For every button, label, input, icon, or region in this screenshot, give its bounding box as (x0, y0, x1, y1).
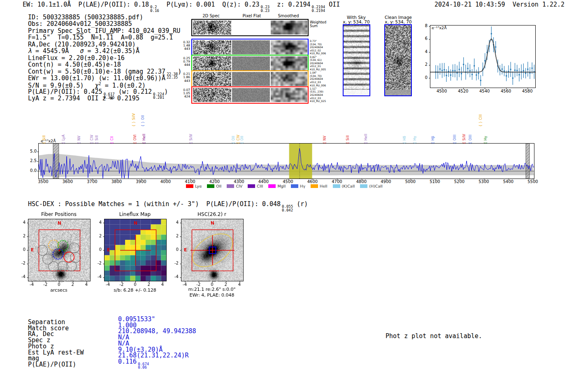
legend-label: MgII (277, 184, 286, 188)
legend-swatch (207, 184, 214, 188)
text-segment: = 3.42(±0.35)Å (84, 47, 139, 55)
y-tick-label: -2 (94, 261, 102, 265)
spec2d-row-source-info: 0.73"(534, 70)20240604v012_02410_RU_006 (310, 39, 330, 55)
y-tick-label: 2 (421, 62, 427, 67)
legend-label: HeII (320, 184, 327, 188)
lo-value: 0.042 (282, 209, 293, 212)
spec2d-col-header-2dspec: 2D Spec (202, 14, 220, 18)
text-segment: Cont(n) = 4.50(±0.45)e-18 (28, 61, 121, 68)
x-tick-label: -2 (43, 282, 47, 287)
spectral-line-label: { } SiIV (132, 113, 136, 127)
x-tick-label: 5400 (503, 179, 513, 184)
text-segment: (w: 0.212 (115, 88, 152, 95)
match-table-label: P(LAE)/P(OII) (28, 361, 76, 368)
legend-label: Lyα (195, 184, 202, 188)
x-tick-label: 4520 (458, 89, 468, 93)
match-table-value: 210.208948, 49.942388 (118, 327, 196, 335)
spectral-line-label: { SiII (95, 135, 99, 144)
weight-value: 443 (172, 47, 190, 51)
weight-value: 443 (172, 79, 190, 83)
text-segment: P(LAE)/P(OII): 0.425 (28, 88, 102, 95)
uncertainty-range: 0.6740.06 (138, 362, 149, 369)
text-segment: 8 (139, 34, 143, 41)
text-segment: Obs: 20240604v012_5003238885 (28, 20, 132, 28)
spectral-line-label: { OVI (134, 135, 137, 144)
text-segment: 11 (106, 34, 114, 41)
weighted-sum-label: Weighted Sum (310, 21, 326, 28)
spectral-line-label: { SiIV (463, 134, 466, 144)
lo-value: 0.16 (150, 9, 159, 13)
spec2d-col-header-pixelflat: Pixel Flat (243, 14, 261, 18)
source-info-line: v012_01 (310, 65, 330, 68)
fiber-circle (53, 249, 63, 259)
uncertainty-range: 0.20.16 (150, 5, 159, 12)
spectral-line-label: { NV (78, 136, 81, 144)
legend-label: OII (216, 184, 221, 188)
summary-line: F=1.5" T=0.155 N=1.11 A=0.88 g=25.1 (28, 34, 173, 41)
summary-line: Obs: 20240604v012_5003238885 (28, 20, 132, 28)
text-segment: N=1. (84, 34, 106, 41)
lo-value: 0.23 (261, 9, 270, 13)
match-table-value: 0.1160.6740.06 (118, 358, 149, 369)
fiber-circle (43, 236, 53, 246)
x-tick-label: 4 (161, 282, 164, 287)
y-tick-label: -2 (18, 261, 26, 265)
x-tick-label: 5000 (405, 179, 416, 184)
spec2d-smoothed-canvas (271, 40, 307, 54)
x-tick-label: 4500 (283, 179, 293, 184)
panel-image-box: NE (104, 219, 167, 281)
legend-swatch (248, 184, 255, 188)
legend-item: (H)CaII (360, 184, 383, 188)
sky-cutout-coords: x, y: 534, 70 (343, 19, 369, 24)
legend-swatch (333, 184, 340, 188)
text-segment: = 4545.9Å (32, 47, 80, 55)
legend-label: CIII (257, 184, 263, 188)
y-tick-label: -2 (171, 261, 179, 265)
north-label: N (211, 220, 214, 225)
y-tick-label: 2 (94, 234, 102, 238)
fiber-circle (49, 262, 59, 272)
y-tick-label: 2 (171, 234, 179, 238)
y-tick-label: 0 (421, 75, 427, 80)
spectral-line-label: { OII (232, 136, 235, 144)
text-segment: HSC-DEX : Possible Matches = 1 (within +… (28, 200, 281, 208)
x-tick-label: 0 (58, 282, 60, 287)
spec2d-pixelflat-canvas (232, 40, 270, 54)
panel-title: Lineflux Map (119, 211, 151, 217)
x-tick-label: -4 (106, 282, 110, 287)
spec2d-row-weights: 0.250.79444 (172, 57, 190, 67)
spec2d-pixelflat-white (232, 21, 270, 35)
panel-title: Fiber Positions (41, 211, 77, 217)
north-label: N (134, 220, 137, 225)
legend-item: CIV (227, 184, 242, 188)
spectral-line-label: { } CIII (479, 114, 483, 127)
x-tick-label: 4100 (185, 179, 195, 184)
legend-label: CIV (236, 184, 242, 188)
text-segment: EW: 10.1±1.0Å P(LAE)/P(OII): 0.18 (23, 1, 149, 8)
x-tick-label: 5200 (454, 179, 465, 184)
x-tick-label: 4200 (209, 179, 220, 184)
x-tick-label: 0 (134, 282, 136, 287)
spectral-line-label: { CIV (237, 135, 240, 144)
text-segment: 1 (169, 34, 173, 41)
x-tick-label: 2 (72, 282, 74, 287)
x-tick-label: 4000 (160, 179, 171, 184)
text-segment: z: 0.2194 (269, 1, 310, 8)
full-spectrum-svg (39, 144, 534, 179)
spectral-line-label: { Hβ (432, 136, 435, 144)
legend-label: (H)CaII (369, 184, 383, 188)
spec2d-2dspec-canvas (193, 21, 231, 35)
y-tick-label: 4 (94, 220, 102, 225)
fiber-circle (43, 254, 53, 264)
x-tick-label: 2 (148, 282, 150, 287)
panel-xlabel: m:21.1 re:2.6" s:0.0" (188, 287, 235, 292)
legend-item: OII (207, 184, 221, 188)
spectral-line-label: { Hγ (484, 136, 488, 144)
x-tick-label: 3900 (136, 179, 146, 184)
source-info-line: (531, 239) (310, 90, 330, 93)
legend-item: CIII (248, 184, 263, 188)
source-info-line: 410_RU_006 (310, 84, 330, 87)
x-tick-label: -2 (196, 282, 200, 287)
x-tick-label: 4900 (381, 179, 391, 184)
fiber-circle (69, 243, 79, 253)
